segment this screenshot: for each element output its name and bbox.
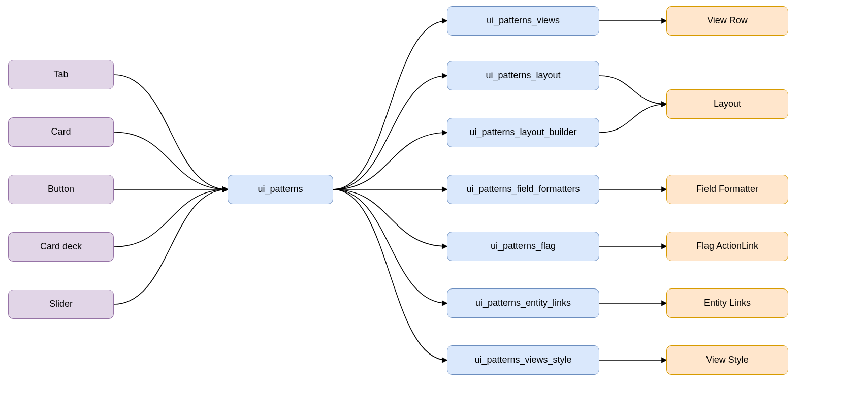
node-middle-layout_builder: ui_patterns_layout_builder <box>447 118 599 147</box>
node-middle-views_style: ui_patterns_views_style <box>447 345 599 375</box>
node-label: ui_patterns_layout_builder <box>469 127 576 138</box>
edge-left-card-to-center-ui_patterns <box>114 132 228 189</box>
node-label: Flag ActionLink <box>696 241 758 252</box>
node-label: ui_patterns_views <box>487 15 560 26</box>
edge-center-ui_patterns-to-middle-flag <box>333 189 447 246</box>
node-right-field_formatter: Field Formatter <box>666 175 788 204</box>
node-label: Layout <box>714 99 741 110</box>
node-label: Slider <box>49 299 73 310</box>
node-middle-field_formatters: ui_patterns_field_formatters <box>447 175 599 204</box>
node-left-card: Card <box>8 117 114 147</box>
node-label: View Style <box>706 355 749 366</box>
edge-left-tab-to-center-ui_patterns <box>114 75 228 189</box>
node-label: Field Formatter <box>696 184 758 195</box>
edge-center-ui_patterns-to-middle-entity_links <box>333 189 447 303</box>
node-left-card_deck: Card deck <box>8 232 114 262</box>
edge-left-card_deck-to-center-ui_patterns <box>114 189 228 247</box>
edge-left-slider-to-center-ui_patterns <box>114 189 228 304</box>
node-left-tab: Tab <box>8 60 114 89</box>
node-label: ui_patterns_field_formatters <box>466 184 580 195</box>
node-label: View Row <box>707 15 748 26</box>
node-right-flag_actionlink: Flag ActionLink <box>666 232 788 261</box>
node-middle-entity_links: ui_patterns_entity_links <box>447 288 599 318</box>
node-label: ui_patterns_views_style <box>474 355 571 366</box>
node-middle-layout: ui_patterns_layout <box>447 61 599 90</box>
node-middle-views: ui_patterns_views <box>447 6 599 36</box>
node-label: ui_patterns_flag <box>491 241 556 252</box>
node-label: ui_patterns <box>258 184 303 195</box>
node-label: Card <box>51 126 71 138</box>
node-left-button: Button <box>8 175 114 204</box>
node-center-ui_patterns: ui_patterns <box>228 175 333 204</box>
edge-middle-layout_builder-to-right-layout_out <box>599 104 666 133</box>
node-label: Entity Links <box>704 298 751 309</box>
node-label: ui_patterns_layout <box>486 70 560 81</box>
node-label: ui_patterns_entity_links <box>475 298 571 309</box>
node-right-view_style: View Style <box>666 345 788 375</box>
edge-center-ui_patterns-to-middle-views_style <box>333 189 447 360</box>
node-left-slider: Slider <box>8 290 114 319</box>
node-right-layout_out: Layout <box>666 89 788 119</box>
edge-center-ui_patterns-to-middle-layout <box>333 76 447 189</box>
edge-middle-layout-to-right-layout_out <box>599 76 666 104</box>
node-right-entity_links_out: Entity Links <box>666 288 788 318</box>
node-middle-flag: ui_patterns_flag <box>447 232 599 261</box>
node-label: Tab <box>53 69 68 80</box>
edge-center-ui_patterns-to-middle-layout_builder <box>333 133 447 189</box>
node-label: Card deck <box>40 241 82 252</box>
node-right-view_row: View Row <box>666 6 788 36</box>
diagram-canvas: TabCardButtonCard deckSliderui_patternsu… <box>0 0 868 418</box>
edge-center-ui_patterns-to-middle-views <box>333 21 447 189</box>
node-label: Button <box>48 184 74 195</box>
